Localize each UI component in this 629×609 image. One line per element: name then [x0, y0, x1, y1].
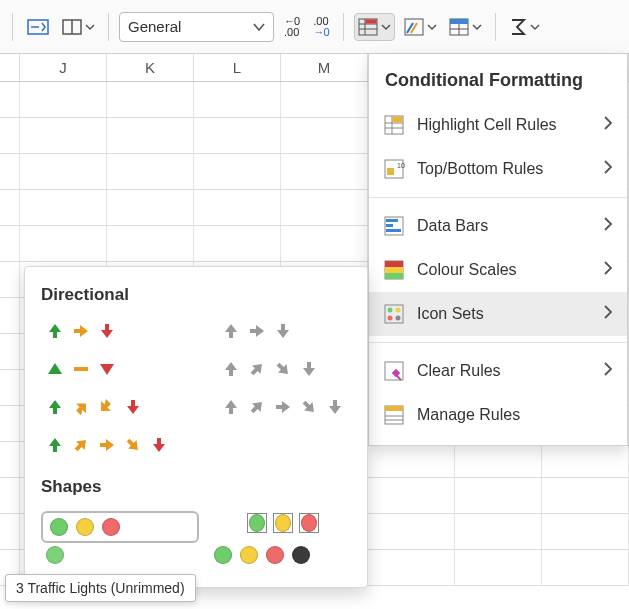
- menu-title: Conditional Formatting: [369, 66, 627, 103]
- separator: [343, 13, 344, 41]
- iconset-3-signs[interactable]: [41, 543, 69, 567]
- clear-rules-icon: [383, 360, 405, 382]
- chevron-down-icon: [253, 21, 265, 33]
- autosum-button[interactable]: [506, 14, 543, 40]
- iconset-3-triangles[interactable]: [41, 357, 173, 381]
- chevron-down-icon: [380, 16, 392, 38]
- chevron-right-icon: [603, 217, 613, 235]
- menu-item-data-bars[interactable]: Data Bars: [369, 204, 627, 248]
- top-bottom-rules-icon: 10: [383, 158, 405, 180]
- menu-item-top-bottom-rules[interactable]: 10 Top/Bottom Rules: [369, 147, 627, 191]
- iconset-4-traffic-lights-black[interactable]: [191, 527, 199, 531]
- col-header[interactable]: L: [194, 54, 281, 81]
- chevron-down-icon: [471, 16, 483, 38]
- table-styles-button[interactable]: [446, 14, 485, 40]
- svg-text:10: 10: [397, 162, 405, 169]
- iconset-3-arrows-colored[interactable]: [41, 319, 173, 343]
- svg-rect-35: [392, 369, 400, 377]
- svg-rect-22: [386, 219, 398, 222]
- svg-rect-10: [450, 19, 468, 24]
- menu-separator: [369, 342, 627, 343]
- chevron-down-icon: [84, 16, 96, 38]
- icon-sets-submenu: Directional: [24, 266, 368, 588]
- chevron-down-icon: [426, 16, 438, 38]
- svg-rect-27: [385, 267, 403, 273]
- colour-scales-icon: [383, 259, 405, 281]
- svg-rect-24: [386, 229, 401, 232]
- menu-item-icon-sets[interactable]: Icon Sets: [369, 292, 627, 336]
- iconset-3-arrows-gray[interactable]: [217, 319, 349, 343]
- data-bars-icon: [383, 215, 405, 237]
- chevron-right-icon: [603, 362, 613, 380]
- svg-point-32: [388, 316, 393, 321]
- wrap-text-button[interactable]: [23, 14, 53, 40]
- iconset-3-traffic-lights-rimmed[interactable]: [243, 511, 323, 535]
- number-format-select[interactable]: General: [119, 12, 274, 42]
- manage-rules-icon: [383, 404, 405, 426]
- number-format-value: General: [128, 18, 181, 35]
- merge-cells-button[interactable]: [59, 14, 98, 40]
- svg-rect-40: [74, 367, 88, 371]
- menu-separator: [369, 197, 627, 198]
- toolbar: General ←0.00 .00→0: [0, 0, 629, 54]
- iconsets-section-directional: Directional: [41, 285, 351, 305]
- chevron-right-icon: [603, 261, 613, 279]
- svg-rect-28: [385, 273, 403, 279]
- svg-rect-37: [385, 406, 403, 411]
- highlight-rules-icon: [383, 114, 405, 136]
- separator: [495, 13, 496, 41]
- svg-rect-23: [386, 224, 393, 227]
- svg-point-31: [396, 308, 401, 313]
- iconsets-section-shapes: Shapes: [41, 477, 351, 497]
- svg-rect-29: [385, 305, 403, 323]
- chevron-right-icon: [603, 305, 613, 323]
- iconset-3-traffic-lights-unrimmed[interactable]: [41, 511, 199, 543]
- chevron-down-icon: [529, 16, 541, 38]
- col-header[interactable]: K: [107, 54, 194, 81]
- iconset-4-traffic-lights[interactable]: [209, 543, 315, 567]
- menu-item-highlight-cell-rules[interactable]: Highlight Cell Rules: [369, 103, 627, 147]
- remove-decimal-button[interactable]: ←0.00: [280, 14, 303, 40]
- svg-rect-26: [385, 261, 403, 267]
- iconset-5-arrows-colored[interactable]: [41, 433, 173, 457]
- col-header[interactable]: M: [281, 54, 368, 81]
- svg-rect-17: [393, 117, 403, 123]
- menu-item-clear-rules[interactable]: Clear Rules: [369, 349, 627, 393]
- cell-styles-button[interactable]: [401, 14, 440, 40]
- iconset-4-arrows-colored[interactable]: [41, 395, 173, 419]
- chevron-right-icon: [603, 116, 613, 134]
- menu-item-manage-rules[interactable]: Manage Rules: [369, 393, 627, 437]
- menu-item-colour-scales[interactable]: Colour Scales: [369, 248, 627, 292]
- separator: [12, 13, 13, 41]
- chevron-right-icon: [603, 160, 613, 178]
- svg-point-33: [396, 316, 401, 321]
- iconset-5-arrows-gray[interactable]: [217, 395, 349, 419]
- conditional-formatting-button[interactable]: [354, 13, 395, 41]
- svg-point-30: [388, 308, 393, 313]
- conditional-formatting-menu: Conditional Formatting Highlight Cell Ru…: [368, 54, 628, 446]
- svg-rect-19: [387, 168, 394, 175]
- iconset-4-arrows-gray[interactable]: [217, 357, 349, 381]
- icon-sets-icon: [383, 303, 405, 325]
- tooltip: 3 Traffic Lights (Unrimmed): [5, 574, 196, 602]
- col-header[interactable]: J: [20, 54, 107, 81]
- separator: [108, 13, 109, 41]
- add-decimal-button[interactable]: .00→0: [309, 14, 332, 40]
- svg-rect-7: [365, 19, 376, 23]
